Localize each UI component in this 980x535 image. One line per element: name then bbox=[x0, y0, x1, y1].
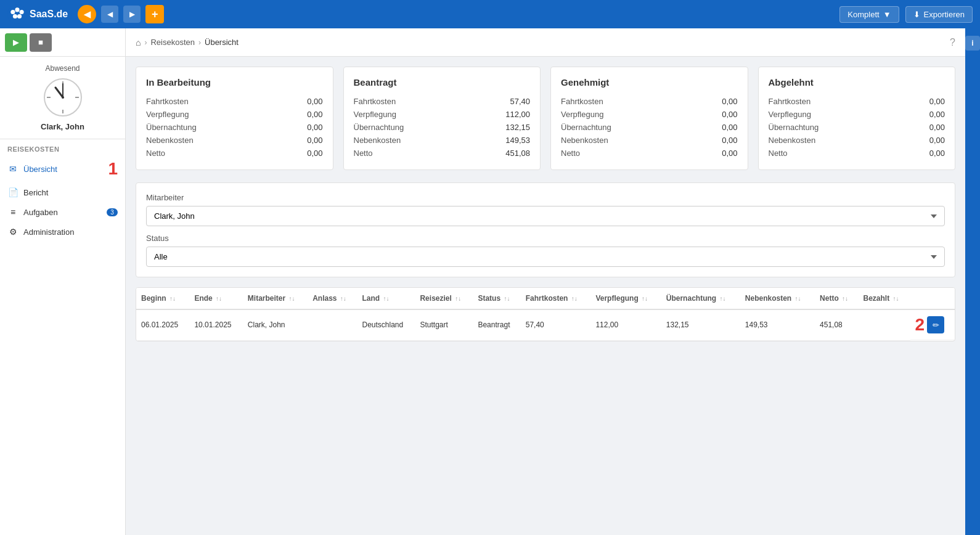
logo: SaaS.de bbox=[7, 4, 68, 24]
sidebar-item-bericht[interactable]: 📄 Bericht bbox=[0, 182, 125, 202]
col-anlass[interactable]: Anlass ↑↓ bbox=[308, 288, 357, 309]
label-verpflegung-1: Verpflegung bbox=[146, 110, 189, 119]
col-ende[interactable]: Ende ↑↓ bbox=[189, 288, 242, 309]
col-reiseziel[interactable]: Reiseziel ↑↓ bbox=[415, 288, 473, 309]
export-label: Exportieren bbox=[924, 10, 965, 19]
value-nebenkosten-2: 149,53 bbox=[505, 136, 530, 145]
value-fahrtkosten-3: 0,00 bbox=[722, 97, 737, 106]
card-title-in-bearbeitung: In Bearbeitung bbox=[146, 77, 323, 88]
row-verpflegung-3: Verpflegung 0,00 bbox=[561, 108, 738, 121]
nav-prev-button[interactable]: ◀ bbox=[101, 6, 118, 23]
sort-icon-nebenkosten: ↑↓ bbox=[795, 295, 801, 302]
value-uebernachtung-4: 0,00 bbox=[929, 123, 945, 132]
gear-icon: ⚙ bbox=[7, 227, 18, 237]
label-nebenkosten-4: Nebenkosten bbox=[769, 136, 816, 145]
komplett-dropdown-icon: ▼ bbox=[883, 10, 891, 19]
right-panel: i bbox=[965, 28, 980, 535]
label-netto-4: Netto bbox=[769, 149, 788, 158]
home-icon[interactable]: ⌂ bbox=[136, 38, 141, 47]
col-nebenkosten[interactable]: Nebenkosten ↑↓ bbox=[740, 288, 815, 309]
svg-point-3 bbox=[20, 10, 24, 14]
label-verpflegung-4: Verpflegung bbox=[769, 110, 811, 119]
card-beantragt: Beantragt Fahrtkosten 57,40 Verpflegung … bbox=[343, 67, 541, 170]
export-icon: ⬇ bbox=[913, 10, 920, 19]
value-netto-1: 0,00 bbox=[307, 149, 322, 158]
sort-icon-status: ↑↓ bbox=[504, 295, 510, 302]
help-icon[interactable]: ? bbox=[950, 37, 955, 48]
sidebar-item-aufgaben[interactable]: ≡ Aufgaben 3 bbox=[0, 202, 125, 222]
sidebar-item-administration[interactable]: ⚙ Administration bbox=[0, 222, 125, 242]
card-title-beantragt: Beantragt bbox=[354, 77, 531, 88]
svg-point-5 bbox=[13, 14, 17, 18]
sort-icon-ende: ↑↓ bbox=[216, 295, 222, 302]
mitarbeiter-label: Mitarbeiter bbox=[146, 193, 945, 202]
value-uebernachtung-2: 132,15 bbox=[505, 123, 530, 132]
label-uebernachtung-1: Übernachtung bbox=[146, 123, 197, 132]
value-verpflegung-4: 0,00 bbox=[929, 110, 945, 119]
status-select[interactable]: Alle bbox=[146, 247, 945, 267]
sort-icon-land: ↑↓ bbox=[383, 295, 389, 302]
sidebar-item-label-uebersicht: Übersicht bbox=[23, 165, 103, 174]
play-icon: ▶ bbox=[13, 38, 19, 47]
row-nebenkosten-3: Nebenkosten 0,00 bbox=[561, 134, 738, 147]
sidebar: ▶ ■ Abwesend bbox=[0, 28, 126, 535]
cell-mitarbeiter: Clark, John bbox=[243, 309, 308, 340]
breadcrumb: ⌂ › Reisekosten › Übersicht ? bbox=[126, 28, 965, 57]
col-land[interactable]: Land ↑↓ bbox=[357, 288, 415, 309]
sidebar-item-label-bericht: Bericht bbox=[23, 188, 118, 197]
value-nebenkosten-3: 0,00 bbox=[722, 136, 737, 145]
value-fahrtkosten-1: 0,00 bbox=[307, 97, 322, 106]
col-uebernachtung[interactable]: Übernachtung ↑↓ bbox=[661, 288, 740, 309]
cell-netto: 451,08 bbox=[815, 309, 858, 340]
label-verpflegung-3: Verpflegung bbox=[561, 110, 603, 119]
sidebar-section-label: REISEKOSTEN bbox=[0, 139, 125, 155]
cell-anlass bbox=[308, 309, 357, 340]
col-bezahlt[interactable]: Bezahlt ↑↓ bbox=[859, 288, 910, 309]
export-button[interactable]: ⬇ Exportieren bbox=[905, 6, 973, 23]
add-button[interactable]: + bbox=[145, 5, 164, 23]
nav-next-button[interactable]: ▶ bbox=[123, 6, 141, 23]
label-netto-3: Netto bbox=[561, 149, 580, 158]
col-mitarbeiter[interactable]: Mitarbeiter ↑↓ bbox=[243, 288, 308, 309]
col-beginn[interactable]: Beginn ↑↓ bbox=[136, 288, 189, 309]
value-uebernachtung-1: 0,00 bbox=[307, 123, 322, 132]
stop-button[interactable]: ■ bbox=[30, 33, 52, 52]
row-uebernachtung-4: Übernachtung 0,00 bbox=[769, 121, 945, 134]
col-status[interactable]: Status ↑↓ bbox=[473, 288, 520, 309]
svg-point-1 bbox=[10, 10, 15, 14]
label-nebenkosten-3: Nebenkosten bbox=[561, 136, 608, 145]
svg-point-4 bbox=[17, 14, 22, 18]
row-verpflegung-1: Verpflegung 0,00 bbox=[146, 108, 323, 121]
value-netto-4: 0,00 bbox=[929, 149, 945, 158]
edit-icon: ✏ bbox=[933, 321, 939, 330]
breadcrumb-sep-2: › bbox=[198, 38, 201, 47]
sort-icon-verpflegung: ↑↓ bbox=[642, 295, 648, 302]
chevron-left-icon: ◀ bbox=[107, 10, 113, 18]
komplett-button[interactable]: Komplett ▼ bbox=[839, 6, 899, 23]
cell-uebernachtung: 132,15 bbox=[661, 309, 740, 340]
mitarbeiter-select[interactable]: Clark, John bbox=[146, 206, 945, 226]
info-button[interactable]: i bbox=[965, 36, 980, 51]
col-verpflegung[interactable]: Verpflegung ↑↓ bbox=[590, 288, 661, 309]
sort-icon-anlass: ↑↓ bbox=[340, 295, 346, 302]
play-button[interactable]: ▶ bbox=[5, 33, 27, 52]
cell-verpflegung: 112,00 bbox=[590, 309, 661, 340]
col-netto[interactable]: Netto ↑↓ bbox=[815, 288, 858, 309]
sidebar-item-uebersicht[interactable]: ✉ Übersicht 1 bbox=[0, 155, 125, 182]
content-area: ⌂ › Reisekosten › Übersicht ? In Bearbei… bbox=[126, 28, 965, 535]
col-fahrtkosten[interactable]: Fahrtkosten ↑↓ bbox=[521, 288, 591, 309]
label-verpflegung-2: Verpflegung bbox=[354, 110, 396, 119]
sidebar-item-label-administration: Administration bbox=[23, 227, 118, 237]
envelope-icon: ✉ bbox=[7, 164, 18, 174]
sort-icon-beginn: ↑↓ bbox=[169, 295, 176, 302]
data-table: Beginn ↑↓ Ende ↑↓ Mitarbeiter ↑↓ Anlass … bbox=[136, 288, 955, 341]
edit-button[interactable]: ✏ bbox=[927, 316, 944, 333]
row-fahrtkosten-3: Fahrtkosten 0,00 bbox=[561, 95, 738, 108]
summary-cards: In Bearbeitung Fahrtkosten 0,00 Verpfleg… bbox=[136, 67, 955, 170]
value-uebernachtung-3: 0,00 bbox=[722, 123, 737, 132]
sort-icon-mitarbeiter: ↑↓ bbox=[289, 295, 295, 302]
value-nebenkosten-4: 0,00 bbox=[929, 136, 945, 145]
annotation-1: 1 bbox=[108, 160, 118, 178]
breadcrumb-reisekosten[interactable]: Reisekosten bbox=[150, 38, 195, 47]
back-button[interactable]: ◀ bbox=[78, 5, 96, 23]
